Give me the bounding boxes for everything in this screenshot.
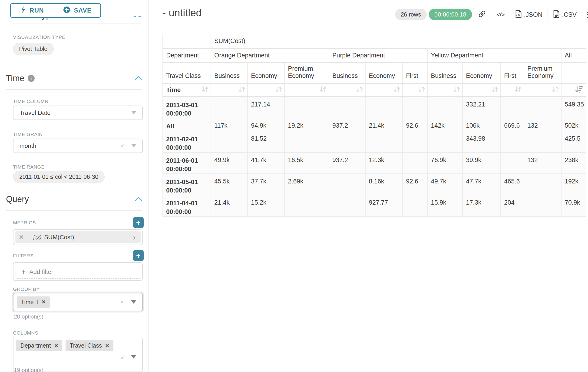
sort-header[interactable]	[427, 84, 462, 96]
sort-header[interactable]	[501, 84, 524, 96]
group-by-label: GROUP BY	[13, 287, 40, 292]
sort-header-active[interactable]	[561, 84, 586, 96]
cell: 117k	[211, 118, 248, 131]
more-menu-button[interactable]	[582, 8, 588, 21]
clear-icon[interactable]: ×	[120, 142, 124, 150]
cell	[329, 96, 365, 118]
save-button[interactable]: SAVE	[54, 3, 101, 18]
sort-header[interactable]	[211, 84, 248, 96]
panel-divider[interactable]	[148, 0, 148, 372]
cell: 21.4k	[211, 195, 248, 216]
columns-label: COLUMNS	[13, 330, 38, 336]
cell: 132	[524, 118, 561, 131]
chevron-right-icon[interactable]: ›	[128, 232, 141, 243]
chevron-down-icon[interactable]	[131, 300, 136, 304]
query-section-title: Query	[6, 194, 29, 204]
remove-chip-icon[interactable]: ✕	[105, 343, 109, 349]
cell: 937.2	[329, 118, 365, 131]
cell: 92.6	[402, 174, 427, 195]
sort-header[interactable]	[248, 84, 284, 96]
sort-header[interactable]	[524, 84, 561, 96]
corner-cell	[163, 34, 211, 48]
columns-chip-travel-class[interactable]: Travel Class ✕	[65, 340, 113, 351]
columns-chip-department[interactable]: Department ✕	[16, 340, 62, 351]
cell: 21.4k	[365, 118, 402, 131]
table-row: 2011-03-01 00:00:00 217.14 332.21 549.35	[163, 96, 586, 118]
time-range-chip[interactable]: 2011-01-01 ≤ col < 2011-06-30	[13, 171, 105, 183]
cell	[365, 96, 402, 118]
sort-header[interactable]	[462, 84, 501, 96]
cell: 15.9k	[427, 195, 462, 216]
col-header: Economy	[248, 62, 284, 84]
cell	[524, 96, 561, 118]
add-filter-plus-button[interactable]: +	[133, 250, 144, 261]
table-row: 2011-06-01 00:00:00 49.9k 41.7k 16.5k 93…	[163, 152, 586, 174]
cell: 465.6	[501, 174, 524, 195]
sort-icon	[356, 85, 363, 95]
cell: 204	[501, 195, 524, 216]
cell	[329, 195, 365, 216]
remove-chip-icon[interactable]: ✕	[54, 343, 58, 349]
time-section-title: Time	[6, 74, 24, 83]
col-header	[561, 62, 586, 84]
sort-icon	[491, 85, 498, 95]
cell	[524, 195, 561, 216]
cell	[284, 96, 329, 118]
cell	[402, 131, 427, 152]
cell	[402, 195, 427, 216]
remove-chip-icon[interactable]: ✕	[42, 299, 46, 305]
run-button[interactable]: RUN	[10, 3, 54, 18]
metric-chip[interactable]: ✕ ƒ(x) SUM(Cost) ›	[15, 231, 141, 243]
remove-metric-icon[interactable]: ✕	[15, 231, 28, 243]
cell	[501, 131, 524, 152]
chevron-up-icon[interactable]	[135, 75, 142, 81]
visualization-type-label: VISUALIZATION TYPE	[13, 34, 65, 40]
sort-icon	[552, 85, 559, 95]
info-icon[interactable]: i	[28, 75, 35, 82]
time-sort-header[interactable]: Time	[163, 84, 211, 96]
row-label: 2011-03-01 00:00:00	[163, 96, 211, 118]
group-by-options-hint: 20 option(s)	[14, 313, 43, 320]
panel-drag-handle-dot[interactable]	[138, 16, 141, 17]
time-column-label: TIME COLUMN	[13, 99, 49, 104]
add-filter-button[interactable]: + Add filter	[16, 265, 140, 279]
info-icon[interactable]: i	[37, 299, 38, 305]
sort-header[interactable]	[329, 84, 365, 96]
time-column-select[interactable]: Travel Date	[13, 106, 143, 120]
clear-icon[interactable]: ×	[120, 354, 124, 362]
cell: 937.2	[329, 152, 365, 174]
sort-icon	[201, 85, 208, 95]
visualization-type-chip[interactable]: Pivot Table	[13, 43, 54, 55]
panel-drag-handle-dot[interactable]	[134, 16, 136, 17]
share-link-button[interactable]	[473, 8, 491, 21]
group-by-select[interactable]: Time i ✕ ×	[13, 293, 143, 311]
cell: 81.52	[248, 131, 284, 152]
export-json-button[interactable]: .JSON	[510, 8, 548, 21]
row-label: 2011-06-01 00:00:00	[163, 152, 211, 174]
cell	[501, 152, 524, 174]
clear-icon[interactable]: ×	[120, 298, 124, 306]
cell: 15.2k	[248, 195, 284, 216]
cell	[524, 174, 561, 195]
cell: 217.14	[248, 96, 284, 118]
view-query-button[interactable]: </>	[491, 8, 510, 21]
cell: 39.9k	[462, 152, 501, 174]
table-row: All 117k 94.9k 19.2k 937.2 21.4k 92.6 14…	[163, 118, 586, 131]
group-by-chip-time[interactable]: Time i ✕	[17, 297, 50, 308]
sort-header[interactable]	[284, 84, 329, 96]
cell: 12.3k	[365, 152, 402, 174]
chart-title[interactable]: - untitled	[162, 7, 202, 19]
time-grain-select[interactable]: month ×	[13, 138, 143, 153]
sort-header[interactable]	[402, 84, 427, 96]
col-header: Premium Economy	[524, 62, 561, 84]
sort-header[interactable]	[365, 84, 402, 96]
chevron-down-icon[interactable]	[131, 355, 136, 359]
add-metric-button[interactable]: +	[133, 217, 144, 228]
sort-icon	[238, 85, 245, 95]
col-header: Business	[329, 62, 365, 84]
chevron-up-icon[interactable]	[135, 196, 142, 202]
fx-icon: ƒ(x)	[33, 234, 41, 240]
export-csv-button[interactable]: .CSV	[548, 8, 582, 21]
cell: 41.7k	[248, 152, 284, 174]
time-range-label: TIME RANGE	[13, 164, 45, 170]
